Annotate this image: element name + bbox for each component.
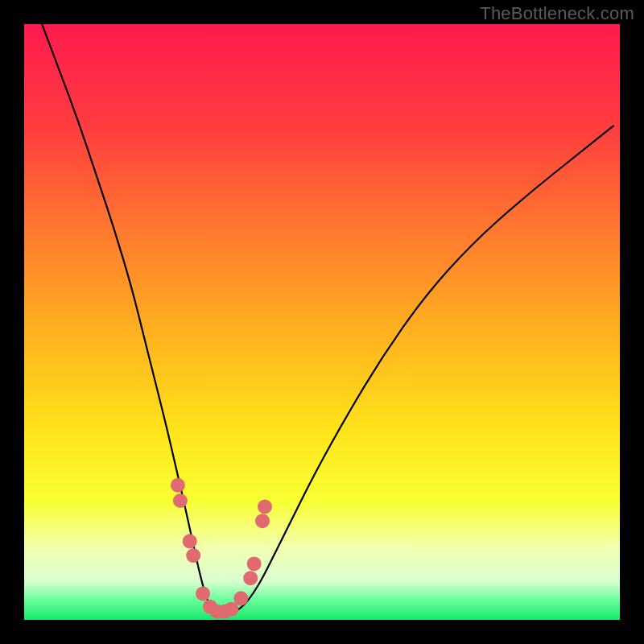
data-marker: [247, 556, 262, 571]
data-marker: [258, 499, 272, 514]
plot-area: [24, 24, 620, 620]
watermark-text: TheBottleneck.com: [480, 3, 634, 24]
curve-layer: [24, 24, 620, 620]
marker-group: [171, 478, 272, 619]
data-marker: [233, 591, 248, 605]
chart-frame: TheBottleneck.com: [0, 0, 644, 644]
data-marker: [243, 571, 258, 585]
data-marker: [171, 478, 185, 493]
data-marker: [255, 514, 270, 528]
data-marker: [186, 548, 200, 563]
data-marker: [196, 586, 210, 601]
data-marker: [183, 534, 197, 548]
data-marker: [173, 493, 188, 508]
bottleneck-curve: [42, 24, 613, 614]
